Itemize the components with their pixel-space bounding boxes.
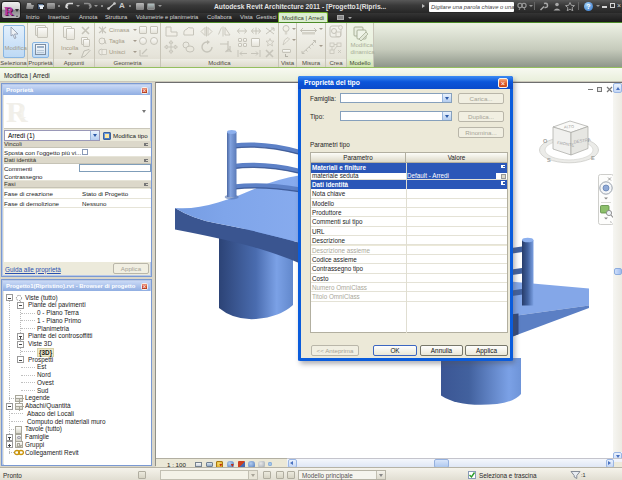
svg-text:O: O [543, 138, 548, 144]
svg-text:E: E [591, 155, 595, 161]
svg-text:ALTO: ALTO [564, 124, 574, 130]
svg-text:S: S [547, 157, 551, 163]
